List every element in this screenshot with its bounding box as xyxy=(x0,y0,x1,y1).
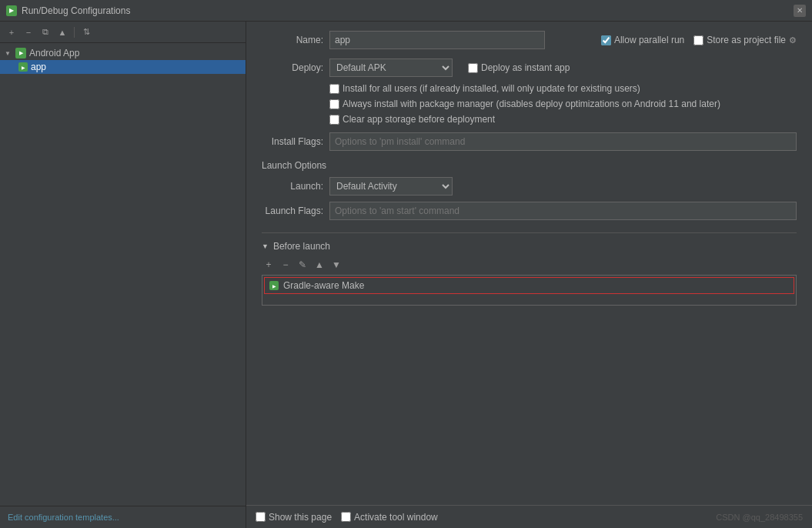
bottom-bar: Show this page Activate tool window CSDN… xyxy=(246,505,812,528)
bl-up-button[interactable]: ▲ xyxy=(312,258,326,272)
allow-parallel-label[interactable]: Allow parallel run xyxy=(601,35,684,45)
deploy-row: Deploy: Default APK APK from app bundle … xyxy=(262,58,797,77)
bl-down-button[interactable]: ▼ xyxy=(329,258,343,272)
install-package-manager-checkbox[interactable] xyxy=(329,99,339,109)
app-config-icon: ▶ xyxy=(18,62,28,72)
main-container: + − ⧉ ▲ ⇅ ▼ ▶ Android App ▶ app Edit con… xyxy=(0,22,812,528)
left-toolbar: + − ⧉ ▲ ⇅ xyxy=(0,22,246,43)
deploy-select[interactable]: Default APK APK from app bundle Nothing xyxy=(329,58,453,77)
activate-tool-label[interactable]: Activate tool window xyxy=(341,512,438,523)
install-package-manager-option: Always install with package manager (dis… xyxy=(329,99,797,109)
toolbar-separator xyxy=(74,27,75,38)
clear-app-storage-checkbox[interactable] xyxy=(329,115,339,125)
before-launch-section: ▼ Before launch + − ✎ ▲ ▼ ▶ Gradle-aware… xyxy=(262,232,797,306)
launch-flags-input[interactable] xyxy=(329,202,797,220)
store-as-project-label[interactable]: Store as project file ⚙ xyxy=(693,35,797,45)
bottom-options: Show this page Activate tool window xyxy=(256,512,438,523)
right-panel: Name: Allow parallel run Store as projec… xyxy=(246,22,812,528)
chevron-down-icon: ▼ xyxy=(5,50,12,57)
gradle-aware-make-item[interactable]: ▶ Gradle-aware Make xyxy=(264,277,794,294)
activate-tool-checkbox[interactable] xyxy=(341,512,351,522)
android-app-group[interactable]: ▼ ▶ Android App xyxy=(0,46,246,60)
clear-app-storage-label[interactable]: Clear app storage before deployment xyxy=(329,114,797,125)
deploy-label: Deploy: xyxy=(262,62,323,73)
sort-button[interactable]: ⇅ xyxy=(79,25,93,39)
before-launch-list: ▶ Gradle-aware Make xyxy=(262,275,797,306)
window-title: Run/Debug Configurations xyxy=(22,5,130,16)
launch-options-section: Launch Options xyxy=(262,160,797,171)
launch-select[interactable]: Default Activity Specified Activity Noth… xyxy=(329,177,453,195)
launch-label: Launch: xyxy=(262,181,323,192)
deploy-instant-checkbox[interactable] xyxy=(468,63,478,73)
deploy-instant-label[interactable]: Deploy as instant app xyxy=(468,62,570,73)
edit-config-templates-link[interactable]: Edit configuration templates... xyxy=(0,506,246,528)
bl-remove-button[interactable]: − xyxy=(279,258,292,272)
group-label: Android App xyxy=(29,48,79,58)
name-row: Name: Allow parallel run Store as projec… xyxy=(262,31,797,49)
before-launch-chevron: ▼ xyxy=(262,242,269,250)
show-page-label[interactable]: Show this page xyxy=(256,512,332,523)
launch-options-title: Launch Options xyxy=(262,160,326,171)
launch-flags-row: Launch Flags: xyxy=(262,202,797,220)
bl-item-label: Gradle-aware Make xyxy=(283,280,364,291)
app-item-label: app xyxy=(31,62,46,72)
launch-flags-label: Launch Flags: xyxy=(262,206,323,216)
config-area: Name: Allow parallel run Store as projec… xyxy=(246,22,812,505)
android-icon: ▶ xyxy=(15,48,26,58)
clear-app-storage-option: Clear app storage before deployment xyxy=(329,114,797,125)
bl-add-button[interactable]: + xyxy=(262,258,276,272)
title-bar: ▶ Run/Debug Configurations ✕ xyxy=(0,0,812,22)
left-panel: + − ⧉ ▲ ⇅ ▼ ▶ Android App ▶ app Edit con… xyxy=(0,22,246,528)
copy-config-button[interactable]: ⧉ xyxy=(38,25,52,39)
install-flags-label: Install Flags: xyxy=(262,136,323,147)
watermark: CSDN @qq_28498355 xyxy=(716,513,803,522)
launch-row: Launch: Default Activity Specified Activ… xyxy=(262,177,797,195)
install-all-users-label[interactable]: Install for all users (if already instal… xyxy=(329,83,797,94)
name-label: Name: xyxy=(262,35,323,45)
app-config-item[interactable]: ▶ app xyxy=(0,60,246,74)
top-options: Allow parallel run Store as project file… xyxy=(601,35,797,45)
bl-edit-button[interactable]: ✎ xyxy=(296,258,309,272)
config-tree: ▼ ▶ Android App ▶ app xyxy=(0,43,246,506)
add-config-button[interactable]: + xyxy=(5,25,18,39)
allow-parallel-checkbox[interactable] xyxy=(601,35,611,45)
name-input[interactable] xyxy=(329,31,545,49)
move-config-button[interactable]: ▲ xyxy=(55,25,69,39)
install-all-users-checkbox[interactable] xyxy=(329,84,339,94)
before-launch-title: Before launch xyxy=(273,241,330,252)
before-launch-toolbar: + − ✎ ▲ ▼ xyxy=(262,258,797,272)
install-flags-row: Install Flags: xyxy=(262,132,797,151)
install-package-manager-label[interactable]: Always install with package manager (dis… xyxy=(329,99,797,109)
show-page-checkbox[interactable] xyxy=(256,512,266,522)
app-icon: ▶ xyxy=(6,5,17,16)
gradle-icon: ▶ xyxy=(269,281,279,290)
install-options: Install for all users (if already instal… xyxy=(329,83,797,94)
before-launch-header: ▼ Before launch xyxy=(262,241,797,252)
install-flags-input[interactable] xyxy=(329,132,797,151)
store-as-project-checkbox[interactable] xyxy=(693,35,703,45)
remove-config-button[interactable]: − xyxy=(22,25,35,39)
gear-icon: ⚙ xyxy=(789,35,797,45)
close-button[interactable]: ✕ xyxy=(794,5,806,17)
